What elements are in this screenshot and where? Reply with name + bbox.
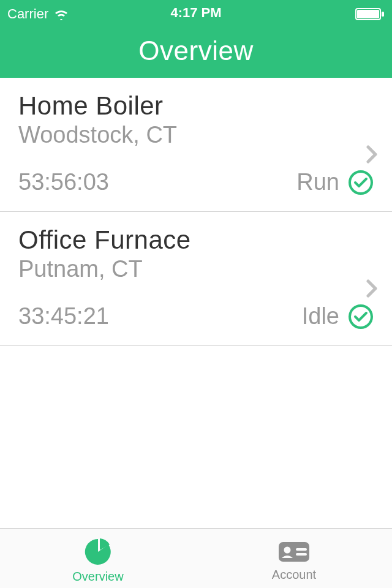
svg-rect-8 — [296, 553, 307, 556]
chevron-right-icon — [366, 145, 377, 166]
device-runtime: 33:45:21 — [18, 303, 302, 330]
device-list: Home Boiler Woodstock, CT 53:56:03 Run O… — [0, 78, 392, 346]
device-location: Putnam, CT — [18, 256, 374, 282]
tab-overview[interactable]: Overview — [0, 529, 196, 588]
svg-point-6 — [284, 547, 291, 554]
device-name: Home Boiler — [18, 91, 374, 121]
device-row[interactable]: Home Boiler Woodstock, CT 53:56:03 Run — [0, 78, 392, 212]
tab-account[interactable]: Account — [196, 529, 392, 588]
battery-icon — [355, 8, 385, 20]
id-card-icon — [277, 540, 311, 567]
status-bar: Carrier 4:17 PM — [0, 0, 392, 24]
device-runtime: 53:56:03 — [18, 169, 296, 195]
tab-label: Overview — [72, 570, 123, 584]
pie-chart-icon — [84, 538, 112, 568]
chevron-right-icon — [366, 279, 377, 300]
tab-bar: Overview Account — [0, 528, 392, 588]
check-circle-icon — [348, 170, 374, 195]
device-state: Run — [296, 169, 339, 195]
svg-rect-1 — [357, 10, 379, 18]
carrier-label: Carrier — [7, 6, 48, 22]
device-state: Idle — [302, 303, 339, 330]
nav-header: Carrier 4:17 PM Overview — [0, 0, 392, 78]
check-circle-icon — [348, 304, 374, 330]
device-location: Woodstock, CT — [18, 122, 374, 148]
wifi-icon — [53, 8, 69, 20]
device-row[interactable]: Office Furnace Putnam, CT 33:45:21 Idle — [0, 212, 392, 346]
device-name: Office Furnace — [18, 225, 374, 255]
svg-point-4 — [350, 306, 372, 328]
svg-rect-2 — [382, 12, 384, 17]
svg-rect-5 — [279, 542, 309, 562]
page-title: Overview — [0, 36, 392, 66]
tab-label: Account — [272, 568, 316, 582]
svg-rect-7 — [296, 548, 307, 551]
svg-point-3 — [350, 172, 372, 194]
clock-label: 4:17 PM — [170, 5, 221, 21]
